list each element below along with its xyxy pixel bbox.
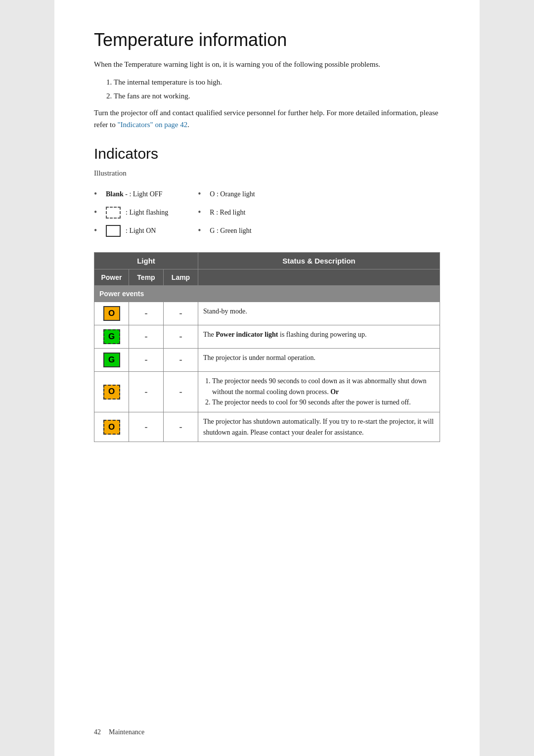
orange-dashed-indicator: O [103,420,120,435]
intro-paragraph: When the Temperature warning light is on… [94,58,440,70]
solid-box-icon [106,225,121,237]
power-cell: O [94,372,129,412]
power-events-label: Power events [94,286,440,302]
legend-container: • Blank - : Light OFF • : Light flashing… [94,187,440,237]
temp-subheader: Temp [129,269,164,286]
desc-list: The projector needs 90 seconds to cool d… [212,376,435,408]
temp-cell: - [129,412,164,442]
temp-cell: - [129,372,164,412]
dashed-box-icon [106,207,121,219]
desc-text: The projector has shutdown automatically… [203,418,434,436]
desc-text: Stand-by mode. [203,308,247,315]
bullet-dot: • [198,206,205,219]
bullet-dot: • [94,224,101,237]
bullet-dot: • [94,206,101,219]
legend-left: • Blank - : Light OFF • : Light flashing… [94,187,168,237]
legend-item-on: • : Light ON [94,224,168,237]
blank-label: Blank - : Light OFF [106,189,162,199]
dash: - [179,355,182,364]
bullet-dot: • [198,187,205,201]
footer-label: Maintenance [109,728,144,736]
dash: - [145,355,148,364]
power-cell: O [94,412,129,442]
dash: - [145,422,148,432]
green-dashed-indicator: G [103,329,120,344]
desc-list-item: The projector needs to cool for 90 secon… [212,397,435,408]
indicator-table: Light Status & Description Power Temp La… [94,252,440,442]
power-subheader: Power [94,269,129,286]
bullet-dot: • [198,224,205,237]
indicators-link[interactable]: "Indicators" on page 42 [117,121,187,129]
empty-subheader [198,269,440,286]
legend-item-green: • G : Green light [198,224,255,237]
list-item: The fans are not working. [114,90,440,102]
green-solid-indicator: G [103,353,120,367]
table-row: O - - Stand-by mode. [94,302,440,325]
description-cell: The Power indicator light is flashing du… [198,325,440,349]
table-row: O - - The projector has shutdown automat… [94,412,440,442]
dash: - [145,331,148,341]
lamp-subheader: Lamp [164,269,198,286]
power-cell: G [94,325,129,349]
desc-text: The Power indicator light is flashing du… [203,331,366,338]
lamp-cell: - [164,349,198,372]
footer: 42 Maintenance [94,728,144,736]
green-label: G : Green light [210,225,251,236]
page-number: 42 [94,728,101,736]
temp-cell: - [129,325,164,349]
dash: - [145,308,148,318]
status-header: Status & Description [198,253,440,269]
dash: - [179,331,182,341]
bullet-dot: • [94,187,101,201]
description-cell: The projector is under normal operation. [198,349,440,372]
temp-cell: - [129,302,164,325]
numbered-list: The internal temperature is too high. Th… [114,76,440,102]
temp-cell: - [129,349,164,372]
light-header: Light [94,253,198,269]
lamp-cell: - [164,372,198,412]
power-cell: O [94,302,129,325]
legend-item-blank: • Blank - : Light OFF [94,187,168,201]
table-header-sub: Power Temp Lamp [94,269,440,286]
lamp-cell: - [164,325,198,349]
table-row: G - - The Power indicator light is flash… [94,325,440,349]
page: Temperature information When the Tempera… [54,0,480,756]
desc-text: The projector is under normal operation. [203,354,315,361]
orange-solid-indicator: O [103,306,120,321]
description-cell: The projector needs 90 seconds to cool d… [198,372,440,412]
orange-dashed-indicator: O [103,385,120,400]
orange-label: O : Orange light [210,189,255,199]
legend-item-red: • R : Red light [198,206,255,219]
page-title: Temperature information [94,30,440,50]
flashing-label: : Light flashing [126,207,168,218]
dash: - [179,387,182,397]
note-paragraph: Turn the projector off and contact quali… [94,107,440,131]
red-label: R : Red light [210,207,245,218]
table-row: G - - The projector is under normal oper… [94,349,440,372]
description-cell: The projector has shutdown automatically… [198,412,440,442]
legend-item-orange: • O : Orange light [198,187,255,201]
dash: - [179,422,182,432]
legend-right: • O : Orange light • R : Red light • G :… [198,187,255,237]
section2-title: Indicators [94,145,440,162]
list-item: The internal temperature is too high. [114,76,440,88]
power-events-section: Power events [94,286,440,302]
on-label: : Light ON [126,225,156,236]
description-cell: Stand-by mode. [198,302,440,325]
lamp-cell: - [164,412,198,442]
desc-list-item: The projector needs 90 seconds to cool d… [212,376,435,397]
dash: - [179,308,182,318]
table-row: O - - The projector needs 90 seconds to … [94,372,440,412]
illustration-label: Illustration [94,169,440,178]
legend-item-flashing: • : Light flashing [94,206,168,219]
dash: - [145,387,148,397]
table-header-main: Light Status & Description [94,253,440,269]
lamp-cell: - [164,302,198,325]
power-cell: G [94,349,129,372]
